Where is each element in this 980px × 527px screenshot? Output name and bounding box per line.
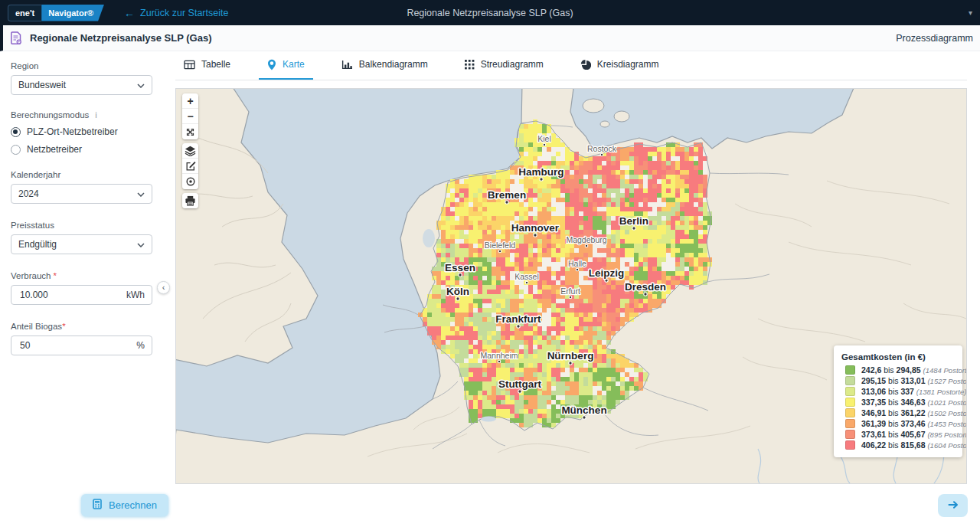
region-value: Bundesweit xyxy=(18,80,66,90)
legend-title: Gesamtkosten (in €) xyxy=(841,352,956,362)
tab-label: Balkendiagramm xyxy=(359,59,428,70)
city-label-Nürnberg: Nürnberg xyxy=(547,350,594,362)
table-icon xyxy=(184,60,195,70)
legend-swatch xyxy=(845,440,855,450)
map-container: KielRostockHamburgBremenBerlinHannoverMa… xyxy=(175,88,967,484)
zoom-in-button[interactable]: + xyxy=(182,93,198,109)
back-arrow-icon: ← xyxy=(124,8,135,18)
city-label-Hamburg: Hamburg xyxy=(518,166,564,178)
layers-button[interactable] xyxy=(182,143,198,159)
radio-label: Netzbetreiber xyxy=(27,144,82,155)
top-navbar: Regionale Netzpreisanalyse SLP (Gas) ene… xyxy=(0,0,980,25)
brand-enet: ene't xyxy=(8,5,41,21)
region-label: Region xyxy=(11,61,152,70)
city-label-Magdeburg: Magdeburg xyxy=(566,235,606,244)
radio-netzbetreiber[interactable]: Netzbetreiber xyxy=(11,144,152,155)
chevron-down-icon xyxy=(137,239,145,250)
legend-item: 313,06 bis 337 (1381 Postorte) xyxy=(845,387,956,396)
back-link[interactable]: ← Zurück zur Startseite xyxy=(124,8,228,18)
chevron-down-icon[interactable]: ▾ xyxy=(969,8,972,17)
chevron-down-icon xyxy=(137,188,145,199)
print-button[interactable] xyxy=(182,193,198,208)
city-label-Rostock: Rostock xyxy=(587,144,617,153)
required-marker: * xyxy=(53,271,56,280)
zoom-out-icon: − xyxy=(187,110,193,123)
chevron-down-icon xyxy=(137,80,145,90)
next-step-button[interactable] xyxy=(938,494,968,517)
legend-item: 406,22 bis 815,68 (1604 Postorte) xyxy=(845,440,956,450)
verbrauch-label: Verbrauch* xyxy=(11,271,152,280)
pin-icon xyxy=(267,59,276,70)
bar-icon xyxy=(341,60,353,70)
radio-plz-ort-netzbetreiber[interactable]: PLZ-Ort-Netzbetreiber xyxy=(11,126,152,137)
tab-label: Karte xyxy=(283,59,305,70)
city-label-Köln: Köln xyxy=(446,286,469,297)
city-label-Halle: Halle xyxy=(568,259,586,268)
required-marker: * xyxy=(62,322,65,331)
layers-icon xyxy=(185,146,196,156)
brand-navigator: Navigator® xyxy=(41,5,104,21)
expand-icon xyxy=(185,127,195,137)
print-icon xyxy=(185,195,196,206)
legend-label: 373,61 bis 405,67 (895 Postorte) xyxy=(861,430,967,439)
tab-label: Tabelle xyxy=(201,59,230,70)
legend-label: 313,06 bis 337 (1381 Postorte) xyxy=(861,387,966,396)
legend-label: 406,22 bis 815,68 (1604 Postorte) xyxy=(861,440,967,450)
legend-swatch xyxy=(845,365,855,375)
preisstatus-value: Endgültig xyxy=(18,239,57,250)
berechnen-label: Berechnen xyxy=(109,499,157,511)
city-label-Leipzig: Leipzig xyxy=(589,267,625,279)
kalenderjahr-select[interactable]: 2024 xyxy=(11,184,152,204)
kalenderjahr-value: 2024 xyxy=(18,188,39,199)
zoom-out-button[interactable]: − xyxy=(182,109,198,124)
legend-swatch xyxy=(845,398,855,407)
legend-swatch xyxy=(845,376,855,385)
report-icon xyxy=(10,31,22,45)
pie-icon xyxy=(580,59,591,70)
edit-button[interactable] xyxy=(182,159,198,174)
berechnen-button[interactable]: Berechnen xyxy=(81,494,168,516)
tab-streudiagramm[interactable]: Streudiagramm xyxy=(456,51,552,80)
map-legend: Gesamtkosten (in €) 242,6 bis 294,85 (14… xyxy=(834,345,962,457)
radio-icon xyxy=(11,145,21,155)
city-label-Berlin: Berlin xyxy=(619,215,648,227)
legend-swatch xyxy=(845,430,855,439)
region-select[interactable]: Bundesweit xyxy=(11,75,152,95)
legend-label: 295,15 bis 313,01 (1527 Postorte) xyxy=(861,376,967,385)
view-tabs: TabelleKarteBalkendiagrammStreudiagrammK… xyxy=(175,51,967,80)
legend-label: 361,39 bis 373,46 (1453 Postorte) xyxy=(861,419,967,428)
main-content: TabelleKarteBalkendiagrammStreudiagrammK… xyxy=(175,51,967,527)
tab-label: Streudiagramm xyxy=(481,59,544,70)
tab-balkendiagramm[interactable]: Balkendiagramm xyxy=(333,51,436,80)
arrow-right-icon xyxy=(947,499,959,512)
verbrauch-unit: kWh xyxy=(126,290,145,300)
legend-item: 242,6 bis 294,85 (1484 Postorte) xyxy=(845,365,956,375)
city-label-Bielefeld: Bielefeld xyxy=(485,241,515,250)
prozessdiagramm-link[interactable]: Prozessdiagramm xyxy=(896,33,973,44)
tab-tabelle[interactable]: Tabelle xyxy=(175,51,239,80)
anteil-biogas-unit: % xyxy=(136,340,145,351)
sidebar-collapse-button[interactable]: ‹ xyxy=(157,281,170,294)
edit-icon xyxy=(185,161,196,172)
city-label-Essen: Essen xyxy=(445,262,475,273)
city-label-München: München xyxy=(561,404,606,416)
preisstatus-select[interactable]: Endgültig xyxy=(11,234,152,254)
legend-label: 346,91 bis 361,22 (1502 Postorte) xyxy=(861,408,967,417)
info-icon[interactable]: i xyxy=(95,110,96,119)
legend-item: 295,15 bis 313,01 (1527 Postorte) xyxy=(845,376,956,385)
city-label-Erfurt: Erfurt xyxy=(560,286,580,296)
berechnungsmodus-label: Berechnungsmodusi xyxy=(11,110,152,119)
city-label-Hannover: Hannover xyxy=(511,222,560,234)
anteil-biogas-input[interactable] xyxy=(18,339,136,352)
verbrauch-input[interactable] xyxy=(18,289,126,301)
map-controls: +− xyxy=(182,93,198,208)
legend-swatch xyxy=(845,419,855,428)
legend-item: 337,35 bis 346,63 (1021 Postorte) xyxy=(845,398,956,407)
filter-sidebar: Region Bundesweit Berechnungsmodusi PLZ-… xyxy=(0,51,163,527)
expand-button[interactable] xyxy=(182,124,198,139)
target-button[interactable] xyxy=(182,174,198,189)
tab-label: Kreisdiagramm xyxy=(597,59,659,70)
preisstatus-label: Preisstatus xyxy=(11,221,152,230)
tab-karte[interactable]: Karte xyxy=(259,51,313,80)
tab-kreisdiagramm[interactable]: Kreisdiagramm xyxy=(572,51,668,80)
